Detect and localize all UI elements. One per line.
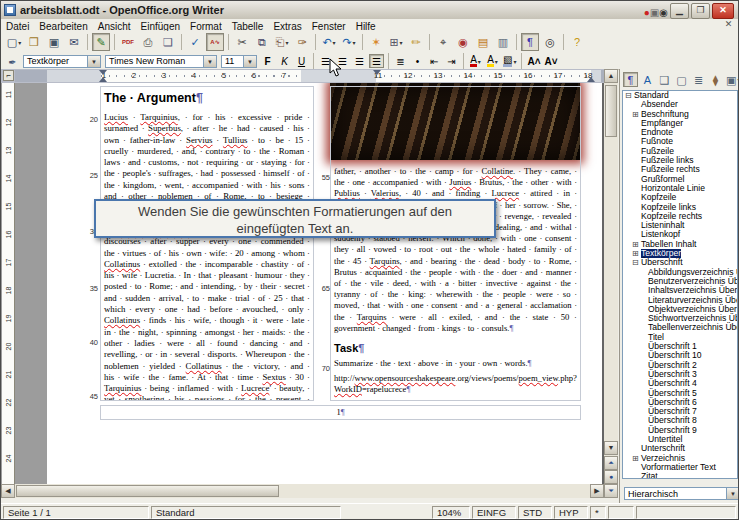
indent-marker[interactable] [587,77,595,82]
save-button[interactable]: ▣ [45,33,63,51]
list-styles-button[interactable]: ≣ [691,72,706,87]
align-left-button[interactable]: ☰ [318,54,333,68]
style-item-zitat[interactable]: Zitat [623,472,737,479]
nonprinting-characters-button[interactable]: ¶ [521,33,539,51]
gallery-button[interactable]: ▤ [474,33,492,51]
right-column[interactable]: father, · another · to · the · camp · fo… [330,86,581,401]
task-url[interactable]: http://www.opensourceshakespeare.org/vie… [334,373,577,395]
vertical-scrollbar[interactable]: ▲ ▼ ⏶ ● ⏷ [604,69,618,498]
chevron-down-icon[interactable]: ▾ [400,39,403,46]
shrink-font-button[interactable]: A˅ [544,54,559,68]
align-right-button[interactable]: ☰ [352,54,367,68]
expander-icon[interactable]: ⊞ [632,110,641,119]
tab-stop-selector[interactable]: ⌐ [3,70,14,81]
chevron-down-icon[interactable]: ▾ [478,58,481,65]
styles-filter-combobox[interactable]: Hierarchisch ▼ [624,487,739,500]
chevron-down-icon[interactable]: ▾ [18,39,21,46]
numbering-button[interactable]: ≣ [393,54,408,68]
next-page-icon[interactable]: ⏷ [604,484,618,498]
status-hyperlink-mode[interactable]: HYP [554,506,588,519]
new-style-from-selection-button[interactable]: ▣▾ [725,72,739,87]
redo-button[interactable]: ↷▾ [340,33,358,51]
underline-button[interactable]: U [294,54,309,68]
task-heading[interactable]: Task¶ [334,342,577,354]
previous-page-icon[interactable]: ⏶ [604,456,618,470]
bold-button[interactable]: F [260,54,275,68]
scroll-left-icon[interactable]: ◀ [1,484,15,498]
data-sources-button[interactable]: ▥ [494,33,512,51]
style-item-tabellenverzeichnis-berschrift[interactable]: Tabellenverzeichnis Überschrift [623,323,737,332]
export-pdf-button[interactable]: PDF [119,33,137,51]
cut-button[interactable]: ✂ [233,33,251,51]
minimize-button[interactable]: ▁ [670,3,689,19]
new-document-button[interactable]: ▢▾ [5,33,23,51]
chevron-down-icon[interactable]: ▾ [353,39,356,46]
spellcheck-button[interactable]: ✓ [186,33,204,51]
scroll-up-icon[interactable]: ▲ [604,69,618,83]
right-column-paragraph[interactable]: father, · another · to · the · camp · fo… [334,166,577,334]
grow-font-button[interactable]: A˄ [526,54,541,68]
horizontal-scroll-thumb[interactable] [16,485,279,497]
font-name-combobox[interactable]: Times New Roman ▼ [105,55,217,68]
restore-button[interactable]: ❐ [691,3,710,19]
expander-icon[interactable]: ⊞ [632,454,641,463]
print-button[interactable]: ⎙ [139,33,157,51]
chevron-down-icon[interactable]: ▾ [495,58,498,65]
fill-format-mode-button[interactable]: ⧫ [708,72,723,87]
paragraph-style-combobox[interactable]: Textkörper ▼ [23,55,101,68]
bullets-button[interactable]: • [410,54,425,68]
highlighting-button[interactable]: A▾ [485,54,500,68]
chevron-down-icon[interactable]: ▾ [285,39,288,46]
horizontal-ruler[interactable]: 12345671112131415161718 [15,70,604,82]
font-size-combobox[interactable]: 11 ▼ [221,55,257,68]
status-page-style[interactable]: Standard [151,506,341,519]
paste-button[interactable]: ⎗▾ [273,33,291,51]
insert-table-button[interactable]: ⊞▾ [387,33,405,51]
align-center-button[interactable]: ☰ [335,54,350,68]
font-color-button[interactable]: A▾ [468,54,483,68]
indent-marker[interactable] [99,70,107,75]
status-modified-flag[interactable]: * [590,506,606,519]
chevron-down-icon[interactable]: ▾ [513,58,516,65]
chevron-down-icon[interactable]: ▼ [243,56,256,67]
expander-icon[interactable]: ⊟ [625,91,634,100]
document-page[interactable]: The · Argument¶ Lucius · Tarquinius, · f… [47,83,602,484]
chevron-down-icon[interactable]: ▼ [726,488,739,499]
justify-button[interactable]: ☰ [369,54,384,68]
paragraph-styles-button[interactable]: ¶ [623,72,638,87]
indent-marker[interactable] [99,77,107,82]
chevron-down-icon[interactable]: ▼ [203,56,216,67]
expander-icon[interactable]: ⊞ [632,240,641,249]
scroll-down-icon[interactable]: ▼ [604,441,618,455]
left-column-paragraph[interactable]: Lucius · Tarquinius, · for · his · exces… [104,112,310,401]
background-color-button[interactable]: ▧▾ [502,54,517,68]
left-column[interactable]: The · Argument¶ Lucius · Tarquinius, · f… [100,86,314,401]
horizontal-scrollbar[interactable]: ◀ ▶ [1,484,604,498]
copy-button[interactable]: ⧉ [253,33,271,51]
document-as-email-button[interactable]: ✉ [65,33,83,51]
document-heading[interactable]: The · Argument¶ [104,91,310,105]
status-zoom-level[interactable]: 104% [432,506,470,519]
decrease-indent-button[interactable]: ⇤ [427,54,442,68]
draw-functions-button[interactable]: ✏ [407,33,425,51]
document-close-icon[interactable]: ✕ [723,19,734,29]
vertical-scroll-thumb[interactable] [605,85,617,137]
close-button[interactable]: ✕ [712,3,734,19]
find-replace-button[interactable]: ⌖ [434,33,452,51]
open-button[interactable]: ❒ [25,33,43,51]
increase-indent-button[interactable]: ⇥ [444,54,459,68]
page-styles-button[interactable]: ▢ [674,72,689,87]
status-insert-mode[interactable]: EINFG [472,506,516,519]
italic-button[interactable]: K [277,54,292,68]
help-button[interactable]: ? [568,33,586,51]
navigation-icon[interactable]: ● [604,470,618,484]
edit-file-button[interactable]: ✎ [92,33,110,51]
page-preview-button[interactable]: ❏ [159,33,177,51]
indent-marker[interactable] [373,70,381,75]
chevron-down-icon[interactable]: ▾ [333,39,336,46]
chevron-down-icon[interactable]: ▼ [87,56,100,67]
scroll-right-icon[interactable]: ▶ [590,484,604,498]
apply-style-button[interactable]: ✒ [5,56,20,70]
hyperlink-button[interactable]: ✶ [367,33,385,51]
task-paragraph[interactable]: Summarize · the · text · above · in · yo… [334,358,577,369]
